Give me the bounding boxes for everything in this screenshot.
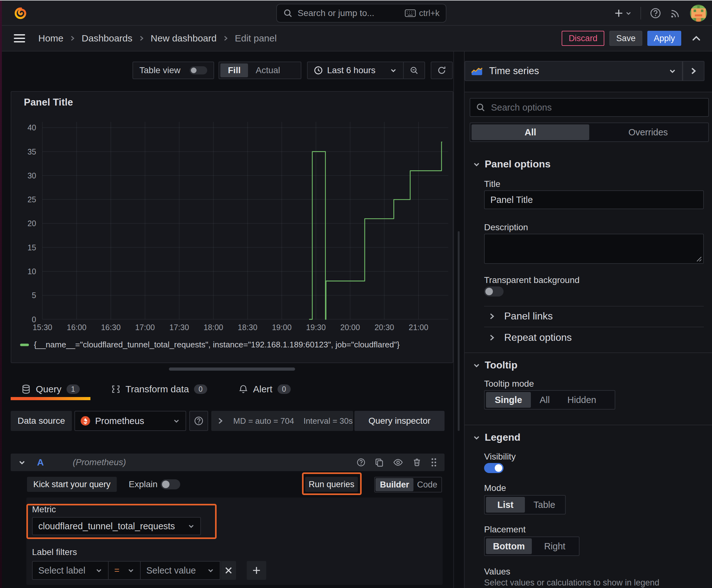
legend-visibility-toggle[interactable] <box>484 463 503 473</box>
add-menu-button[interactable] <box>614 8 632 18</box>
divider <box>484 327 704 327</box>
time-range-control: Last 6 hours <box>307 62 425 79</box>
discard-button[interactable]: Discard <box>562 31 604 46</box>
tooltip-mode-group: Single All Hidden <box>484 390 615 410</box>
breadcrumb-home[interactable]: Home <box>38 33 63 44</box>
fit-option-fill[interactable]: Fill <box>220 63 248 77</box>
chevron-down-icon <box>473 434 480 441</box>
global-search-box[interactable]: Search or jump to... ctrl+k <box>276 4 447 23</box>
tooltip-option-hidden[interactable]: Hidden <box>559 392 605 408</box>
legend-mode-label: Mode <box>484 483 506 493</box>
mode-option-code[interactable]: Code <box>413 478 441 491</box>
section-divider <box>465 352 712 353</box>
options-search-box[interactable]: Search options <box>470 98 709 117</box>
query-options-md: MD = auto = 704 <box>233 416 294 426</box>
chevron-up-icon[interactable] <box>691 33 701 43</box>
chevron-down-icon <box>95 567 102 574</box>
transparent-background-toggle[interactable] <box>484 287 503 296</box>
editor-tabs: Query 1 Transform data 0 Alert <box>11 379 301 400</box>
section-tooltip-label: Tooltip <box>485 359 517 371</box>
tooltip-option-single[interactable]: Single <box>486 392 531 408</box>
query-row-header[interactable]: A (Prometheus) <box>11 454 445 471</box>
query-options-interval: Interval = 30s <box>304 416 353 426</box>
visualization-picker-row: Time series <box>465 61 705 81</box>
grafana-logo[interactable] <box>14 6 27 20</box>
drag-handle-icon[interactable] <box>431 458 437 467</box>
section-panel-options[interactable]: Panel options <box>473 158 551 170</box>
x-tick-label: 19:30 <box>306 323 326 332</box>
news-rss-icon[interactable] <box>670 7 681 19</box>
remove-filter-button[interactable] <box>221 561 236 580</box>
explain-toggle[interactable] <box>161 479 180 489</box>
legend-swatch[interactable] <box>20 344 29 346</box>
chevron-down-icon[interactable] <box>18 459 26 466</box>
query-datasource-hint: (Prometheus) <box>73 457 126 467</box>
datasource-row: Data source Prometheus MD = a <box>11 411 445 431</box>
visualization-select[interactable]: Time series <box>465 61 683 81</box>
query-options-summary[interactable]: MD = auto = 704 Interval = 30s <box>211 411 353 431</box>
x-tick-label: 15:30 <box>33 323 52 332</box>
help-icon[interactable] <box>650 7 661 19</box>
kick-start-query-button[interactable]: Kick start your query <box>27 477 117 492</box>
datasource-value: Prometheus <box>95 416 144 426</box>
panel-resize-handle[interactable] <box>169 368 295 371</box>
trash-icon[interactable] <box>412 458 421 467</box>
breadcrumb-new-dashboard[interactable]: New dashboard <box>151 33 217 44</box>
scope-option-all[interactable]: All <box>472 124 589 140</box>
y-tick-label: 10 <box>27 267 36 276</box>
section-panel-links[interactable]: Panel links <box>489 310 553 322</box>
section-repeat-options[interactable]: Repeat options <box>489 332 572 343</box>
legend-mode-list[interactable]: List <box>486 497 525 512</box>
time-range-picker[interactable]: Last 6 hours <box>308 65 403 76</box>
tab-query-label: Query <box>36 384 62 395</box>
legend-placement-bottom[interactable]: Bottom <box>486 538 532 554</box>
section-divider <box>465 425 712 425</box>
legend-placement-right[interactable]: Right <box>532 538 578 554</box>
datasource-select[interactable]: Prometheus <box>74 411 186 431</box>
tab-alert[interactable]: Alert 0 <box>228 379 301 396</box>
help-icon[interactable] <box>357 458 365 467</box>
select-label-dropdown[interactable]: Select label <box>32 561 109 580</box>
operator-dropdown[interactable]: = <box>109 561 140 580</box>
select-value-dropdown[interactable]: Select value <box>140 561 220 580</box>
add-filter-button[interactable] <box>247 561 266 580</box>
refresh-button[interactable] <box>431 62 453 79</box>
datasource-help-button[interactable] <box>189 411 208 431</box>
query-inspector-button[interactable]: Query inspector <box>354 411 445 431</box>
section-legend[interactable]: Legend <box>473 432 520 443</box>
metric-select[interactable]: cloudflared_tunnel_total_requests <box>32 517 201 535</box>
user-avatar[interactable] <box>690 5 707 22</box>
legend-series-label[interactable]: {__name__="cloudflared_tunnel_total_requ… <box>34 340 400 350</box>
time-series-chart[interactable]: 15:3016:0016:3017:0017:3018:0018:3019:00… <box>11 92 454 337</box>
fit-option-actual[interactable]: Actual <box>248 63 287 77</box>
scope-option-overrides[interactable]: Overrides <box>589 124 707 140</box>
chevron-right-icon <box>70 36 75 41</box>
query-mode-group: Builder Code <box>374 477 442 492</box>
section-tooltip[interactable]: Tooltip <box>473 359 517 371</box>
scrollbar-thumb[interactable] <box>458 231 459 431</box>
menu-toggle-icon[interactable] <box>14 33 25 43</box>
chevron-right-icon <box>139 36 145 41</box>
x-tick-label: 20:30 <box>374 323 394 332</box>
duplicate-icon[interactable] <box>375 458 384 467</box>
toggle-viz-picker-button[interactable] <box>683 61 705 81</box>
apply-button[interactable]: Apply <box>647 31 681 46</box>
eye-icon[interactable] <box>393 458 403 467</box>
topbar-right-actions <box>614 1 707 26</box>
legend-mode-table[interactable]: Table <box>525 497 564 512</box>
title-input[interactable]: Panel Title <box>484 190 704 209</box>
save-button[interactable]: Save <box>609 31 643 46</box>
zoom-out-button[interactable] <box>403 62 425 79</box>
tab-query[interactable]: Query 1 <box>11 379 90 396</box>
tooltip-option-all[interactable]: All <box>531 392 559 408</box>
tab-transform-data[interactable]: Transform data 0 <box>101 379 218 396</box>
breadcrumb-dashboards[interactable]: Dashboards <box>82 33 132 44</box>
mode-option-builder[interactable]: Builder <box>375 478 413 491</box>
run-queries-button[interactable]: Run queries <box>305 477 358 492</box>
description-textarea[interactable] <box>484 234 704 264</box>
legend-mode-group: List Table <box>484 495 566 514</box>
section-repeat-options-label: Repeat options <box>504 332 572 343</box>
table-view-toggle[interactable] <box>190 66 207 75</box>
label-filter-row: Select label = Select value <box>32 561 266 580</box>
tab-alert-label: Alert <box>253 384 273 395</box>
